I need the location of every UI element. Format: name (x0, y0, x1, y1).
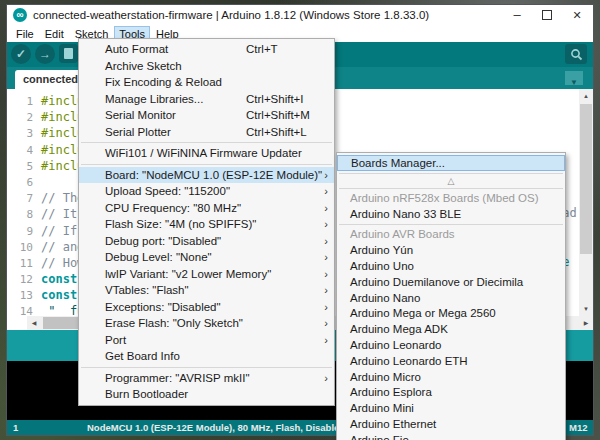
upload-button[interactable]: → (35, 44, 55, 64)
submenu-arrow-icon: › (324, 200, 328, 217)
menubar-item-edit[interactable]: Edit (41, 27, 68, 41)
submenu-scroll-up-icon[interactable]: △ (337, 176, 565, 186)
menu-item-label: Debug port: "Disabled" (105, 235, 221, 247)
line-number: 2 (13, 110, 33, 126)
menu-item-debug-level-none[interactable]: Debug Level: "None"› (79, 249, 334, 266)
scroll-left-arrow-icon[interactable]: ◀ (27, 316, 41, 330)
boards-item-arduino-fio[interactable]: Arduino Fio (337, 433, 565, 440)
menu-item-shortcut: Ctrl+Shift+L (246, 124, 307, 141)
menu-item-vtables-flash[interactable]: VTables: "Flash"› (79, 282, 334, 299)
scroll-down-arrow-icon[interactable]: ▼ (579, 302, 593, 316)
menu-item-burn-bootloader[interactable]: Burn Bootloader (79, 386, 334, 403)
menu-item-manage-libraries[interactable]: Manage Libraries...Ctrl+Shift+I (79, 91, 334, 108)
boards-item-arduino-mini[interactable]: Arduino Mini (337, 401, 565, 417)
menu-separator (337, 171, 565, 176)
menu-item-label: VTables: "Flash" (105, 284, 189, 296)
boards-item-arduino-mega-adk[interactable]: Arduino Mega ADK (337, 322, 565, 338)
line-number: 11 (13, 256, 33, 272)
tab-list-dropdown-button[interactable]: ▼ (565, 71, 583, 85)
vertical-scrollbar[interactable]: ▲ ▼ (579, 89, 593, 316)
right-arrow-icon: → (39, 48, 51, 60)
menu-item-board-nodemcu-1-0-esp-12e-module[interactable]: Board: "NodeMCU 1.0 (ESP-12E Module)"› (79, 167, 334, 184)
minimize-button[interactable]: – (503, 5, 531, 26)
boards-item-arduino-duemilanove-or-diecimila[interactable]: Arduino Duemilanove or Diecimila (337, 275, 565, 291)
menu-item-label: Port (105, 334, 126, 346)
menu-item-exceptions-disabled[interactable]: Exceptions: "Disabled"› (79, 299, 334, 316)
scroll-up-arrow-icon[interactable]: ▲ (579, 89, 593, 103)
line-number: 5 (13, 159, 33, 175)
menu-item-upload-speed-115200[interactable]: Upload Speed: "115200"› (79, 183, 334, 200)
boards-item-arduino-leonardo[interactable]: Arduino Leonardo (337, 338, 565, 354)
menu-item-label: Erase Flash: "Only Sketch" (105, 317, 243, 329)
submenu-arrow-icon: › (324, 332, 328, 349)
titlebar: ∞ connected-weatherstation-firmware | Ar… (7, 5, 593, 26)
line-number: 4 (13, 143, 33, 159)
serial-monitor-button[interactable] (565, 44, 587, 64)
boards-item-arduino-y-n[interactable]: Arduino Yún (337, 243, 565, 259)
menu-item-label: Burn Bootloader (105, 388, 188, 400)
menu-item-wifi101-wifinina-firmware-updater[interactable]: WiFi101 / WiFiNINA Firmware Updater (79, 145, 334, 162)
menu-item-label: lwIP Variant: "v2 Lower Memory" (105, 268, 271, 280)
submenu-arrow-icon: › (324, 315, 328, 332)
close-button[interactable]: ✕ (563, 5, 591, 26)
submenu-arrow-icon: › (324, 249, 328, 266)
line-number: 3 (13, 126, 33, 142)
port-text-fragment: M12 (569, 420, 587, 435)
menu-item-label: Serial Monitor (105, 109, 176, 121)
magnifier-icon (570, 48, 583, 61)
menu-item-label: CPU Frequency: "80 MHz" (105, 202, 241, 214)
menu-item-shortcut: Ctrl+Shift+M (246, 107, 310, 124)
boards-item-arduino-nrf528x-boards-mbed-os: Arduino nRF528x Boards (Mbed OS) (337, 191, 565, 207)
menu-item-debug-port-disabled[interactable]: Debug port: "Disabled"› (79, 233, 334, 250)
check-icon: ✓ (16, 48, 26, 60)
vertical-scrollbar-thumb[interactable] (580, 104, 592, 254)
menu-separator (337, 222, 565, 227)
menu-item-serial-plotter[interactable]: Serial PlotterCtrl+Shift+L (79, 124, 334, 141)
scroll-right-arrow-icon[interactable]: ▶ (579, 316, 593, 330)
menu-item-label: Auto Format (105, 43, 168, 55)
submenu-arrow-icon: › (324, 266, 328, 283)
menu-item-archive-sketch[interactable]: Archive Sketch (79, 58, 334, 75)
menu-item-label: Fix Encoding & Reload (105, 76, 222, 88)
maximize-button[interactable] (533, 5, 561, 26)
document-icon (64, 48, 73, 59)
menu-item-auto-format[interactable]: Auto FormatCtrl+T (79, 41, 334, 58)
submenu-arrow-icon: › (324, 282, 328, 299)
submenu-arrow-icon: › (324, 233, 328, 250)
menu-item-erase-flash-only-sketch[interactable]: Erase Flash: "Only Sketch"› (79, 315, 334, 332)
boards-item-arduino-ethernet[interactable]: Arduino Ethernet (337, 417, 565, 433)
menu-item-get-board-info[interactable]: Get Board Info (79, 348, 334, 365)
verify-button[interactable]: ✓ (11, 44, 31, 64)
menu-item-shortcut: Ctrl+T (246, 41, 278, 58)
boards-item-arduino-micro[interactable]: Arduino Micro (337, 370, 565, 386)
line-number: 1 (13, 94, 33, 110)
menubar-item-file[interactable]: File (12, 27, 38, 41)
line-number: 9 (13, 224, 33, 240)
submenu-arrow-icon: › (324, 370, 328, 387)
tools-menu: Auto FormatCtrl+TArchive SketchFix Encod… (78, 38, 335, 406)
boards-item-arduino-mega-or-mega-2560[interactable]: Arduino Mega or Mega 2560 (337, 306, 565, 322)
boards-item-arduino-avr-boards: Arduino AVR Boards (337, 227, 565, 243)
new-sketch-button[interactable] (59, 44, 78, 63)
boards-item-arduino-esplora[interactable]: Arduino Esplora (337, 385, 565, 401)
menu-item-label: WiFi101 / WiFiNINA Firmware Updater (105, 147, 302, 159)
menu-item-label: Flash Size: "4M (no SPIFFS)" (105, 218, 256, 230)
menu-item-lwip-variant-v2-lower-memory[interactable]: lwIP Variant: "v2 Lower Memory"› (79, 266, 334, 283)
menu-item-cpu-frequency-80-mhz[interactable]: CPU Frequency: "80 MHz"› (79, 200, 334, 217)
boards-item-boards-manager[interactable]: Boards Manager... (337, 155, 565, 171)
boards-item-arduino-uno[interactable]: Arduino Uno (337, 259, 565, 275)
maximize-icon (542, 10, 552, 20)
menu-item-programmer-avrisp-mkii[interactable]: Programmer: "AVRISP mkII"› (79, 370, 334, 387)
menu-item-label: Manage Libraries... (105, 93, 203, 105)
boards-item-arduino-leonardo-eth[interactable]: Arduino Leonardo ETH (337, 354, 565, 370)
line-indicator: 1 (13, 420, 18, 435)
menu-item-serial-monitor[interactable]: Serial MonitorCtrl+Shift+M (79, 107, 334, 124)
menu-item-fix-encoding-reload[interactable]: Fix Encoding & Reload (79, 74, 334, 91)
line-number: 13 (13, 288, 33, 304)
boards-item-arduino-nano-33-ble[interactable]: Arduino Nano 33 BLE (337, 207, 565, 223)
menu-item-flash-size-4m-no-spiffs[interactable]: Flash Size: "4M (no SPIFFS)"› (79, 216, 334, 233)
menu-item-label: Serial Plotter (105, 126, 171, 138)
menu-item-port[interactable]: Port› (79, 332, 334, 349)
arduino-logo-icon: ∞ (13, 8, 27, 22)
boards-item-arduino-nano[interactable]: Arduino Nano (337, 291, 565, 307)
